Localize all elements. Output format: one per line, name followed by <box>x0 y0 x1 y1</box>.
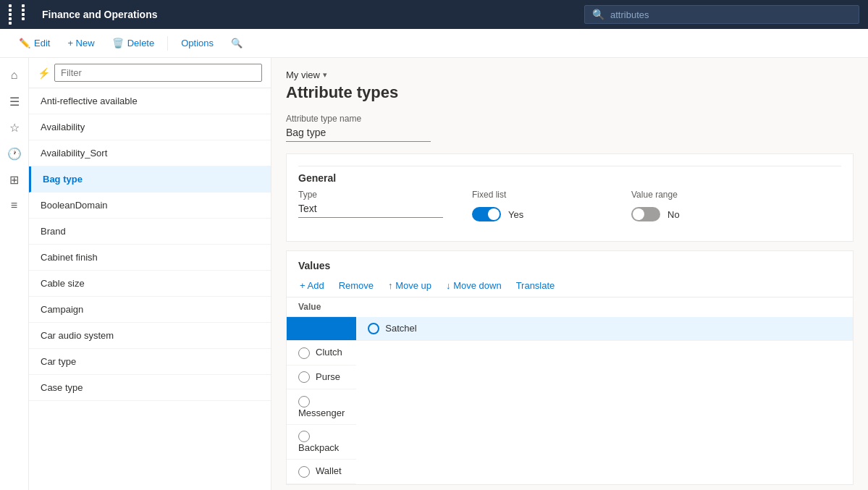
attr-type-name-label: Attribute type name <box>286 114 854 124</box>
list-item[interactable]: Campaign <box>29 297 271 323</box>
value-text: Wallet <box>316 465 342 476</box>
star-icon: ☆ <box>9 121 20 135</box>
my-view-selector[interactable]: My view ▾ <box>286 69 854 80</box>
value-text: Purse <box>316 371 340 382</box>
menu-icon-btn[interactable]: ☰ <box>3 90 26 113</box>
list-item[interactable]: Cable size <box>29 271 271 297</box>
add-value-button[interactable]: + Add <box>292 277 332 294</box>
value-range-toggle[interactable] <box>631 207 660 221</box>
value-cell: Satchel <box>356 317 853 341</box>
modules-icon-btn[interactable]: ≡ <box>3 194 26 217</box>
value-range-toggle-container: No <box>631 207 762 221</box>
list-filter-bar: ⚡ <box>29 58 271 88</box>
grid-icon: ⊞ <box>9 173 19 187</box>
edit-icon: ✏️ <box>19 38 30 48</box>
table-row[interactable]: Satchel <box>287 317 853 341</box>
list-item[interactable]: BooleanDomain <box>29 193 271 219</box>
fixed-list-toggle-container: Yes <box>472 207 602 221</box>
options-button[interactable]: Options <box>174 35 221 51</box>
toolbar-separator <box>167 36 168 51</box>
search-toolbar-button[interactable]: 🔍 <box>224 35 250 51</box>
value-text: Clutch <box>316 347 342 358</box>
fixed-list-toggle[interactable] <box>472 207 501 221</box>
attr-type-name-value[interactable]: Bag type <box>286 127 431 142</box>
favorites-icon-btn[interactable]: ☆ <box>3 116 26 139</box>
values-table: Value SatchelClutchPurseMessengerBackpac… <box>287 297 853 484</box>
value-cell: Clutch <box>287 341 356 366</box>
value-text: Messenger <box>298 407 345 418</box>
list-icon: ≡ <box>11 199 17 212</box>
values-section-header: Values <box>287 251 853 274</box>
value-range-label: Value range <box>631 190 762 200</box>
top-bar: Finance and Operations 🔍 <box>0 0 868 29</box>
row-radio[interactable] <box>298 466 310 478</box>
home-icon-btn[interactable]: ⌂ <box>3 64 26 87</box>
list-item[interactable]: Cabinet finish <box>29 245 271 271</box>
general-fields: Type Text Fixed list Yes Value range <box>298 190 841 229</box>
my-view-label: My view <box>286 69 320 80</box>
delete-button[interactable]: 🗑️ Delete <box>105 35 162 51</box>
values-toolbar: + Add Remove ↑ Move up ↓ Move down Trans… <box>287 274 853 297</box>
clock-icon: 🕐 <box>7 147 22 161</box>
table-row[interactable]: Wallet <box>287 460 853 484</box>
fixed-list-field-group: Fixed list Yes <box>472 190 602 221</box>
new-button[interactable]: + New <box>60 35 101 51</box>
row-radio[interactable] <box>298 396 310 407</box>
attribute-list: Anti-reflective availableAvailabilityAva… <box>29 88 271 490</box>
move-up-button[interactable]: ↑ Move up <box>381 277 439 294</box>
list-item[interactable]: Availability <box>29 114 271 140</box>
search-input[interactable] <box>610 9 851 20</box>
home-icon: ⌂ <box>11 69 18 82</box>
list-item[interactable]: Case type <box>29 375 271 401</box>
value-text: Backpack <box>298 442 339 453</box>
translate-button[interactable]: Translate <box>509 277 562 294</box>
value-text: Satchel <box>385 323 416 334</box>
search-toolbar-icon: 🔍 <box>231 38 243 48</box>
workspaces-icon-btn[interactable]: ⊞ <box>3 168 26 191</box>
table-row[interactable]: Clutch <box>287 341 853 366</box>
general-section-header: General <box>298 166 841 184</box>
app-title: Finance and Operations <box>42 9 576 20</box>
table-row[interactable]: Messenger <box>287 389 853 425</box>
type-field-group: Type Text <box>298 190 443 229</box>
table-row[interactable]: Backpack <box>287 424 853 460</box>
row-radio[interactable] <box>298 347 310 359</box>
chevron-down-icon: ▾ <box>323 70 327 80</box>
page-title: Attribute types <box>286 83 854 102</box>
value-cell: Wallet <box>287 460 356 484</box>
recent-icon-btn[interactable]: 🕐 <box>3 142 26 165</box>
detail-panel: My view ▾ Attribute types Attribute type… <box>271 58 868 490</box>
search-icon: 🔍 <box>592 9 604 20</box>
value-cell: Backpack <box>287 424 356 460</box>
side-icon-panel: ⌂ ☰ ☆ 🕐 ⊞ ≡ <box>0 58 29 490</box>
filter-icon: ⚡ <box>38 67 50 79</box>
list-item[interactable]: Car audio system <box>29 323 271 349</box>
values-column-header: Value <box>287 297 356 317</box>
type-label: Type <box>298 190 443 200</box>
row-radio[interactable] <box>298 431 310 442</box>
value-cell: Messenger <box>287 389 356 425</box>
filter-input[interactable] <box>54 64 262 82</box>
table-row[interactable]: Purse <box>287 365 853 389</box>
row-radio[interactable] <box>298 371 310 383</box>
list-item[interactable]: Car type <box>29 349 271 375</box>
fixed-list-label: Fixed list <box>472 190 602 200</box>
list-item[interactable]: Availability_Sort <box>29 140 271 166</box>
delete-icon: 🗑️ <box>112 38 124 48</box>
value-range-field-group: Value range No <box>631 190 762 221</box>
remove-value-button[interactable]: Remove <box>332 277 381 294</box>
app-grid-icon[interactable] <box>9 4 33 25</box>
list-item[interactable]: Anti-reflective available <box>29 88 271 114</box>
type-value[interactable]: Text <box>298 203 443 218</box>
global-search[interactable]: 🔍 <box>584 5 859 24</box>
list-item[interactable]: Bag type <box>29 166 271 193</box>
move-down-button[interactable]: ↓ Move down <box>439 277 509 294</box>
edit-button[interactable]: ✏️ Edit <box>12 35 57 51</box>
hamburger-icon: ☰ <box>9 95 20 109</box>
general-section: General Type Text Fixed list Yes <box>286 153 854 242</box>
value-cell: Purse <box>287 365 356 389</box>
values-section: Values + Add Remove ↑ Move up ↓ Move dow… <box>286 250 854 485</box>
list-item[interactable]: Brand <box>29 219 271 245</box>
row-radio[interactable] <box>368 323 379 334</box>
value-range-value: No <box>667 209 680 220</box>
